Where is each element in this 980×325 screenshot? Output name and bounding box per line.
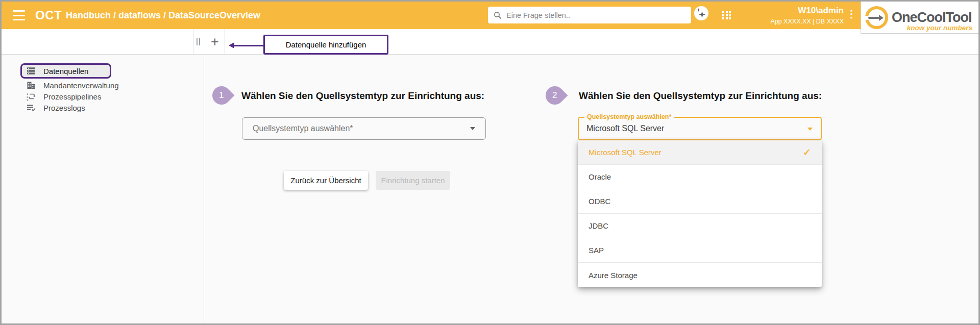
toolbar-divider	[193, 29, 193, 54]
sidebar-item-prozesspipelines[interactable]: 1 2 3 Prozesspipelines	[27, 92, 101, 101]
step-1-badge: 1	[209, 83, 235, 109]
step-2-heading: Wählen Sie den Quellsystemtyp zur Einric…	[579, 90, 822, 102]
sparkle-icon	[697, 8, 700, 12]
hamburger-menu-icon[interactable]	[13, 10, 25, 20]
option-label: SAP	[589, 246, 604, 255]
step-1-heading: Wählen Sie den Quellsystemtyp zur Einric…	[241, 90, 484, 102]
user-name[interactable]: W10\admin	[770, 6, 844, 16]
sidebar-item-label: Prozesslogs	[43, 104, 85, 112]
logo-arrow-icon	[868, 17, 879, 19]
sidebar-item-datenquellen[interactable]: Datenquellen	[20, 63, 111, 79]
kebab-menu-icon[interactable]: ⋮	[846, 9, 856, 19]
search-bar[interactable]	[488, 7, 691, 23]
brand-logo: OneCoolTool know your numbers	[861, 2, 978, 34]
select-value: Microsoft SQL Server	[586, 124, 664, 133]
numbered-pipeline-icon: 1 2 3	[27, 92, 36, 101]
source-type-select-open[interactable]: Quellsystemtyp auswählen* Microsoft SQL …	[578, 117, 822, 140]
sidebar-item-label: Mandantenverwaltung	[43, 81, 119, 90]
option-label: ODBC	[589, 197, 610, 206]
option-label: Microsoft SQL Server	[589, 148, 662, 157]
step-number: 1	[219, 90, 224, 101]
search-input[interactable]	[506, 11, 685, 19]
select-floating-label: Quellsystemtyp auswählen*	[584, 113, 674, 120]
sidebar-item-label: Prozesspipelines	[43, 92, 101, 101]
select-placeholder: Quellsystemtyp auswählen*	[253, 124, 353, 133]
option-azure-storage[interactable]: Azure Storage	[578, 263, 822, 287]
step-number: 2	[552, 90, 557, 101]
logo-tagline: know your numbers	[907, 24, 972, 32]
sidebar-item-mandantenverwaltung[interactable]: Mandantenverwaltung	[27, 81, 119, 90]
list-check-icon	[27, 103, 36, 112]
option-sap[interactable]: SAP	[578, 238, 822, 263]
chevron-down-icon	[470, 127, 475, 130]
svg-text:3: 3	[27, 98, 29, 102]
back-to-overview-button[interactable]: Zurück zur Übersicht	[284, 171, 368, 190]
storage-list-icon	[27, 66, 36, 76]
logo-ring-icon	[865, 6, 888, 29]
annotation-label: Datenquelle hinzufügen	[263, 35, 388, 55]
check-icon: ✓	[803, 146, 811, 158]
add-datasource-button[interactable]: +	[207, 34, 223, 50]
building-icon	[27, 81, 36, 90]
option-oracle[interactable]: Oracle	[578, 165, 822, 189]
app-title: OCT	[35, 8, 62, 22]
user-area[interactable]: W10\admin App XXXX.XX | DB XXXX	[770, 6, 844, 25]
option-label: Azure Storage	[589, 271, 638, 280]
annotation-arrow-icon	[234, 45, 263, 46]
search-icon	[494, 11, 502, 19]
apps-grid-icon[interactable]	[722, 11, 731, 19]
sidebar-item-prozesslogs[interactable]: Prozesslogs	[27, 103, 85, 112]
sparkle-icon	[699, 11, 705, 18]
option-microsoft-sql-server[interactable]: Microsoft SQL Server ✓	[578, 140, 822, 165]
option-jdbc[interactable]: JDBC	[578, 214, 822, 238]
sidebar: Datenquellen Mandantenverwaltung 1 2 3 P…	[2, 55, 204, 325]
option-odbc[interactable]: ODBC	[578, 189, 822, 214]
toolbar-divider	[225, 29, 225, 54]
app-version-info: App XXXX.XX | DB XXXX	[770, 18, 844, 25]
ai-assistant-button[interactable]	[694, 6, 708, 20]
option-label: Oracle	[589, 172, 611, 181]
option-label: JDBC	[589, 221, 608, 230]
tab-toolbar: + Datenquelle hinzufügen	[2, 29, 978, 55]
start-setup-button[interactable]: Einrichtung starten	[376, 171, 450, 190]
source-type-select[interactable]: Quellsystemtyp auswählen*	[242, 117, 486, 140]
logo-name: OneCoolTool	[892, 10, 971, 26]
breadcrumb: Handbuch / dataflows / DataSourceOvervie…	[66, 10, 260, 21]
sidebar-item-label: Datenquellen	[43, 67, 88, 76]
app-header: OCT Handbuch / dataflows / DataSourceOve…	[2, 2, 978, 29]
chevron-down-icon	[807, 128, 813, 131]
splitter-handle[interactable]	[197, 38, 200, 45]
source-type-dropdown: Microsoft SQL Server ✓ Oracle ODBC JDBC …	[578, 140, 822, 287]
step-2-badge: 2	[542, 83, 568, 109]
